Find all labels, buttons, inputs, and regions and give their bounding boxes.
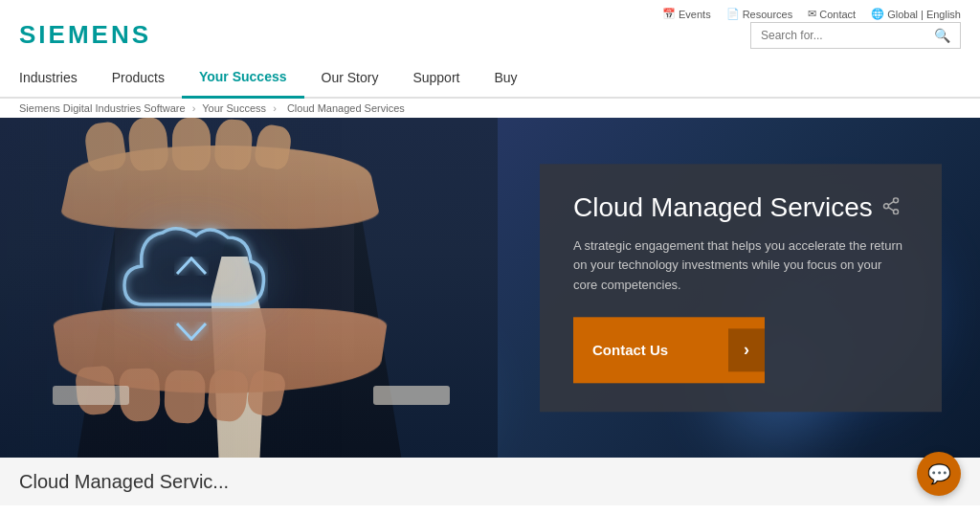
svg-line-5 (888, 202, 893, 206)
hero-content-box: Cloud Managed Services A strategic engag… (540, 164, 942, 412)
search-input[interactable] (761, 29, 934, 42)
main-nav: Industries Products Your Success Our Sto… (0, 57, 980, 99)
nav-item-products[interactable]: Products (95, 58, 182, 97)
chat-icon: 💬 (927, 462, 951, 485)
nav-item-buy[interactable]: Buy (477, 58, 534, 97)
logo[interactable]: SIEMENS (19, 20, 151, 50)
breadcrumb-separator-1: › (192, 102, 196, 114)
global-link[interactable]: 🌐 Global | English (871, 8, 961, 20)
globe-icon: 🌐 (871, 8, 884, 20)
svg-point-3 (893, 210, 898, 214)
utility-bar: 📅 Events 📄 Resources ✉ Contact 🌐 Global … (0, 0, 980, 20)
bottom-peek-section: Cloud Managed Servic... (0, 458, 980, 505)
chat-button[interactable]: 💬 (917, 452, 961, 496)
contact-icon: ✉ (808, 8, 816, 20)
breadcrumb-separator-2: › (273, 102, 277, 114)
search-icon[interactable]: 🔍 (934, 28, 950, 43)
breadcrumb-current: Cloud Managed Services (287, 102, 405, 114)
nav-item-industries[interactable]: Industries (19, 58, 95, 97)
hero-image (0, 118, 498, 458)
breadcrumb: Siemens Digital Industries Software › Yo… (0, 99, 980, 118)
hero-section: Cloud Managed Services A strategic engag… (0, 118, 980, 458)
breadcrumb-link-1[interactable]: Siemens Digital Industries Software (19, 102, 186, 114)
resources-icon: 📄 (726, 8, 740, 20)
nav-item-our-story[interactable]: Our Story (304, 58, 396, 97)
hero-title: Cloud Managed Services (573, 192, 908, 223)
nav-item-support[interactable]: Support (395, 58, 477, 97)
nav-item-your-success[interactable]: Your Success (182, 57, 304, 99)
svg-point-4 (883, 204, 888, 209)
svg-line-6 (888, 208, 893, 212)
header: SIEMENS 🔍 (0, 20, 980, 57)
resources-link[interactable]: 📄 Resources (726, 8, 793, 20)
contact-us-button[interactable]: Contact Us › (573, 317, 765, 383)
bottom-peek-title: Cloud Managed Servic... (19, 471, 229, 493)
breadcrumb-link-2[interactable]: Your Success (202, 102, 266, 114)
contact-link[interactable]: ✉ Contact (808, 8, 856, 20)
search-container: 🔍 (750, 22, 961, 49)
events-link[interactable]: 📅 Events (662, 8, 711, 20)
hero-description: A strategic engagement that helps you ac… (573, 236, 908, 296)
share-icon[interactable] (882, 197, 900, 217)
events-icon: 📅 (662, 8, 676, 20)
cta-arrow-icon: › (728, 328, 765, 371)
svg-point-2 (893, 198, 898, 203)
